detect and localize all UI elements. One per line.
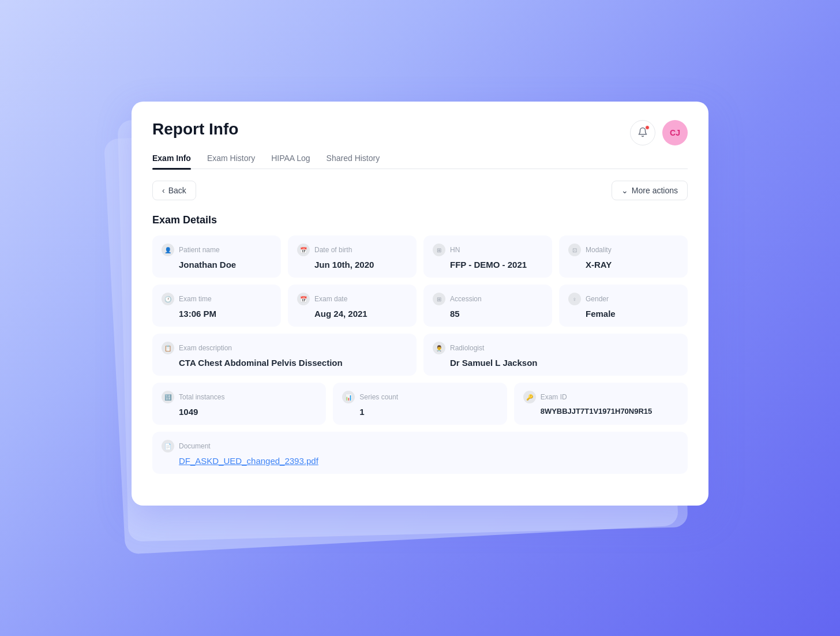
main-card: Report Info CJ Exam Info [132, 102, 708, 506]
gender-field: ♀ Gender Female [559, 285, 688, 327]
fields-row-1: 👤 Patient name Jonathan Doe 📅 Date of bi… [152, 235, 688, 278]
exam-id-field: 🔑 Exam ID 8WYBBJJT7T1V1971H70N9R15 [514, 383, 688, 425]
accession-field: ⊞ Accession 85 [423, 285, 552, 327]
section-title: Exam Details [152, 214, 688, 226]
date-of-birth-field: 📅 Date of birth Jun 10th, 2020 [288, 235, 417, 278]
person-icon: 👤 [162, 244, 174, 256]
patient-name-field: 👤 Patient name Jonathan Doe [152, 235, 281, 278]
notification-dot [645, 125, 650, 130]
exam-details-section: Exam Details 👤 Patient name Jonathan Doe [152, 214, 688, 474]
hn-field: ⊞ HN FFP - DEMO - 2021 [423, 235, 552, 278]
modality-icon: ⊡ [568, 244, 581, 256]
calendar-icon: 📅 [297, 244, 310, 256]
fields-row-4: 🔢 Total instances 1049 📊 Series count 1 [152, 383, 688, 425]
exam-date-field: 📅 Exam date Aug 24, 2021 [288, 285, 417, 327]
gender-icon: ♀ [568, 293, 581, 305]
description-icon: 📋 [162, 342, 174, 354]
tabs: Exam Info Exam History HIPAA Log Shared … [152, 148, 688, 169]
clock-icon: 🕐 [162, 293, 174, 305]
fields-row-5: 📄 Document DF_ASKD_UED_changed_2393.pdf [152, 432, 688, 474]
toolbar: ‹ Back ⌄ More actions [152, 181, 688, 200]
id-icon: 🔑 [523, 391, 536, 403]
chevron-down-icon: ⌄ [621, 186, 628, 195]
notification-button[interactable] [630, 120, 655, 145]
calendar2-icon: 📅 [297, 293, 310, 305]
header-right: CJ [630, 120, 688, 145]
fields-row-2: 🕐 Exam time 13:06 PM 📅 Exam date Aug 24,… [152, 285, 688, 327]
header: Report Info CJ [152, 120, 688, 145]
tab-hipaa-log[interactable]: HIPAA Log [271, 148, 310, 169]
instances-icon: 🔢 [162, 391, 174, 403]
document-field: 📄 Document DF_ASKD_UED_changed_2393.pdf [152, 432, 688, 474]
more-actions-button[interactable]: ⌄ More actions [612, 181, 688, 200]
series-icon: 📊 [342, 391, 355, 403]
avatar[interactable]: CJ [662, 120, 688, 145]
back-button[interactable]: ‹ Back [152, 181, 196, 200]
tab-shared-history[interactable]: Shared History [327, 148, 380, 169]
chevron-left-icon: ‹ [162, 186, 165, 195]
tab-exam-info[interactable]: Exam Info [152, 148, 191, 169]
page-title: Report Info [152, 120, 238, 139]
fields-row-3: 📋 Exam description CTA Chest Abdominal P… [152, 334, 688, 376]
radiologist-field: 👨‍⚕️ Radiologist Dr Samuel L Jackson [423, 334, 688, 376]
total-instances-field: 🔢 Total instances 1049 [152, 383, 326, 425]
exam-time-field: 🕐 Exam time 13:06 PM [152, 285, 281, 327]
document-icon: 📄 [162, 440, 174, 452]
grid-icon: ⊞ [433, 244, 445, 256]
document-link[interactable]: DF_ASKD_UED_changed_2393.pdf [162, 456, 678, 466]
series-count-field: 📊 Series count 1 [333, 383, 507, 425]
tab-exam-history[interactable]: Exam History [207, 148, 255, 169]
modality-field: ⊡ Modality X-RAY [559, 235, 688, 278]
radiologist-icon: 👨‍⚕️ [433, 342, 445, 354]
accession-icon: ⊞ [433, 293, 445, 305]
exam-description-field: 📋 Exam description CTA Chest Abdominal P… [152, 334, 417, 376]
